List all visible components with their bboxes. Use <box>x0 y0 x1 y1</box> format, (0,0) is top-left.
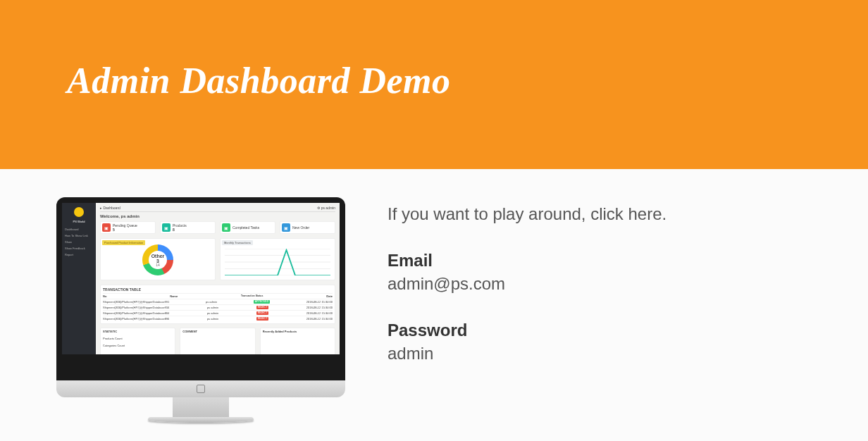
donut-center-label: Other 314 <box>150 254 166 267</box>
donut-chart-icon: Other 314 <box>142 244 173 275</box>
mock-sidebar-item: Show <box>62 239 96 245</box>
bag-icon: ▣ <box>222 223 230 232</box>
mock-stat-row: Categories Count <box>103 344 125 347</box>
mock-logo-icon <box>74 207 84 217</box>
content-area: PS World Dashboard How To Show Link Show… <box>0 169 868 423</box>
lock-icon: ▣ <box>102 223 111 232</box>
hero-banner: Admin Dashboard Demo <box>0 0 868 169</box>
status-badge: REJECT <box>256 311 269 315</box>
mock-table-title: TRANSACTION TABLE <box>103 287 333 292</box>
mock-sidebar-item: Dashboard <box>62 226 96 232</box>
mock-stat-card: ▣ Completed Tasks <box>220 221 275 234</box>
mock-main: ▸ Dashboard ⚙ ps admin Welcome, ps admin… <box>96 203 340 354</box>
email-label: Email <box>388 249 826 272</box>
mock-recent-products-panel: Recently Added Products <box>260 328 335 354</box>
hero-title: Admin Dashboard Demo <box>67 60 868 101</box>
mock-panel-title: Monthly Transactions <box>222 240 253 245</box>
status-badge: APPROVED <box>254 300 270 304</box>
mock-sidebar-item: How To Show Link <box>62 232 96 239</box>
status-badge: REJECT <box>256 306 269 309</box>
mock-stat-label: Completed Tasks <box>232 225 259 230</box>
mock-welcome: Welcome, ps admin <box>100 214 335 218</box>
imac-screen: PS World Dashboard How To Show Link Show… <box>62 203 340 354</box>
mock-brand: PS World <box>62 220 96 223</box>
demo-credentials: If you want to play around, click here. … <box>388 197 826 423</box>
table-row: Shipment(306)/Platform(HP#)@ShipperDatab… <box>103 316 333 321</box>
imac-bezel: PS World Dashboard How To Show Link Show… <box>56 197 345 380</box>
password-label: Password <box>388 319 826 342</box>
mock-stat-card: ▣ Pending Queue 5 <box>100 221 156 234</box>
table-row: Shipment(306)/Platform(HP#)@ShipperDatab… <box>103 304 333 310</box>
mock-comment-panel: COMMENT <box>180 328 255 354</box>
mock-sidebar-item: Show Feedback <box>62 245 96 251</box>
email-value: admin@ps.com <box>388 273 826 295</box>
mock-donut-panel: Purchased Product Information Other 314 <box>100 238 216 280</box>
demo-prompt-link[interactable]: If you want to play around, click here. <box>388 203 826 225</box>
bag-icon: ▣ <box>162 223 170 232</box>
mock-stat-label: Pending Queue <box>113 223 137 228</box>
mock-panel-title: Purchased Product Information <box>102 240 145 245</box>
mock-statistic-panel: STATISTIC Products Count Categories Coun… <box>100 328 175 354</box>
mock-breadcrumb: ▸ Dashboard <box>100 206 120 210</box>
imac-stand <box>173 397 229 417</box>
line-chart-icon <box>225 249 330 275</box>
mock-stat-row: Products Count <box>103 337 123 340</box>
mock-bottom-panels: STATISTIC Products Count Categories Coun… <box>100 328 335 354</box>
mock-stat-card: ▣ New Order <box>280 221 335 234</box>
mock-stat-cards: ▣ Pending Queue 5 ▣ Products 8 ▣ Complet <box>100 221 335 234</box>
imac-chin <box>56 380 345 397</box>
mock-table-header: No Name Transaction Status Date <box>103 293 333 299</box>
mock-stat-label: New Order <box>292 225 309 230</box>
mock-stat-value: 8 <box>173 228 175 232</box>
mock-sidebar: PS World Dashboard How To Show Link Show… <box>62 203 96 354</box>
mock-user-chip: ⚙ ps admin <box>317 206 335 210</box>
mock-stat-value: 5 <box>113 228 115 232</box>
demo-screenshot-mockup: PS World Dashboard How To Show Link Show… <box>56 197 345 423</box>
table-row: Shipment(306)/Platform(HP#)@ShipperDatab… <box>103 299 333 304</box>
bag-icon: ▣ <box>282 223 290 232</box>
status-badge: REJECT <box>256 317 269 321</box>
mock-transaction-table: TRANSACTION TABLE No Name Transaction St… <box>100 285 335 324</box>
mock-line-panel: Monthly Transactions <box>220 238 335 280</box>
password-value: admin <box>388 342 826 365</box>
imac-stand-base <box>148 417 254 423</box>
mock-sidebar-item: Report <box>62 251 96 258</box>
mock-stat-card: ▣ Products 8 <box>160 221 216 234</box>
mock-topbar: ▸ Dashboard ⚙ ps admin <box>100 206 335 212</box>
mock-chart-row: Purchased Product Information Other 314 … <box>100 238 335 280</box>
table-row: Shipment(306)/Platform(HP#)@ShipperDatab… <box>103 310 333 316</box>
